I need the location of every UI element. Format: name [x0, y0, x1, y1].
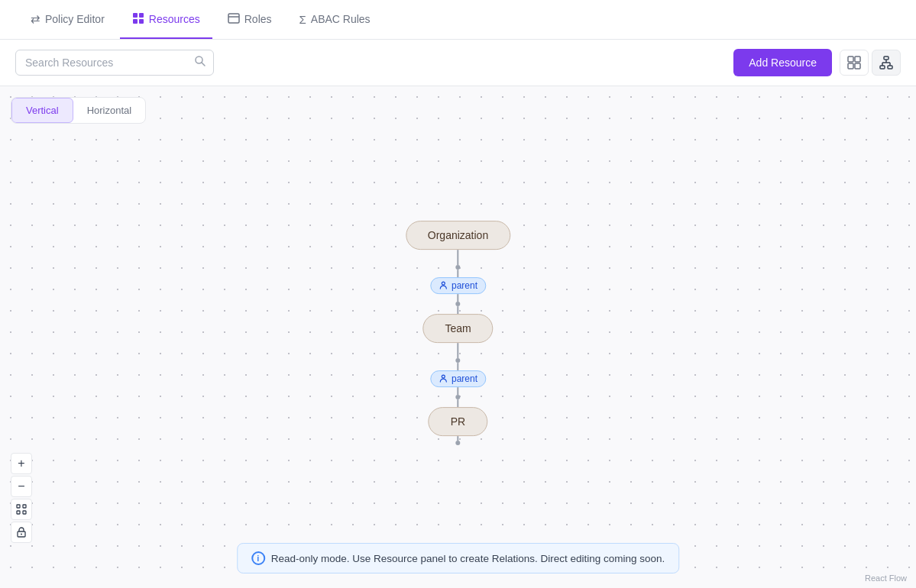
- nav-label-resources: Resources: [149, 13, 200, 25]
- readonly-message: Read-only mode. Use Resource panel to cr…: [271, 553, 665, 564]
- abac-rules-icon: Σ: [299, 13, 306, 26]
- connector-5: [455, 436, 460, 445]
- roles-icon: [228, 12, 240, 27]
- edge-label-1: parent: [430, 277, 486, 294]
- nav-item-policy-editor[interactable]: ⇄ Policy Editor: [18, 2, 117, 38]
- svg-rect-11: [855, 63, 860, 69]
- connector-3: [455, 343, 460, 370]
- nav-label-abac-rules: ABAC Rules: [311, 13, 371, 25]
- svg-point-26: [21, 534, 22, 535]
- svg-rect-14: [888, 66, 892, 69]
- edge-label-2: parent: [430, 370, 486, 387]
- react-flow-watermark: React Flow: [865, 573, 907, 583]
- svg-point-20: [442, 375, 445, 378]
- svg-rect-12: [884, 57, 888, 60]
- svg-rect-1: [139, 13, 144, 18]
- org-node-label: Organization: [428, 229, 488, 241]
- svg-rect-3: [139, 19, 144, 24]
- hierarchy-view-button[interactable]: [872, 50, 901, 76]
- search-icon-button[interactable]: [194, 55, 206, 70]
- connector-2: [455, 294, 460, 314]
- zoom-controls: + −: [11, 453, 32, 543]
- svg-rect-10: [848, 63, 853, 69]
- top-nav: ⇄ Policy Editor Resources Roles Σ ABAC R…: [0, 0, 916, 40]
- search-input[interactable]: [15, 50, 214, 76]
- pr-node[interactable]: PR: [429, 407, 487, 436]
- svg-rect-4: [228, 14, 239, 23]
- toolbar: Add Resource: [0, 40, 916, 86]
- resources-icon: [132, 12, 144, 27]
- flow-diagram: Organization parent Team: [406, 221, 510, 445]
- policy-editor-icon: ⇄: [31, 12, 40, 26]
- nav-item-roles[interactable]: Roles: [215, 2, 284, 39]
- readonly-banner: i Read-only mode. Use Resource panel to …: [237, 543, 680, 573]
- fit-view-button[interactable]: [11, 499, 32, 520]
- svg-rect-8: [848, 57, 853, 62]
- search-wrapper: [15, 50, 214, 76]
- vertical-layout-button[interactable]: Vertical: [11, 98, 73, 123]
- edge-label-1-text: parent: [452, 280, 477, 291]
- svg-line-7: [202, 63, 206, 66]
- connector-1: [455, 250, 460, 277]
- info-icon: i: [251, 551, 265, 565]
- nav-label-policy-editor: Policy Editor: [45, 13, 105, 25]
- team-node[interactable]: Team: [422, 314, 493, 343]
- svg-rect-23: [17, 511, 20, 514]
- nav-label-roles: Roles: [244, 13, 272, 25]
- layout-toggle: Vertical Horizontal: [11, 97, 146, 124]
- canvas-area[interactable]: Vertical Horizontal Organization parent: [0, 86, 916, 588]
- svg-rect-9: [855, 57, 860, 62]
- view-toggle: [840, 50, 901, 76]
- svg-rect-2: [133, 19, 138, 24]
- horizontal-layout-button[interactable]: Horizontal: [73, 98, 146, 123]
- nav-item-abac-rules[interactable]: Σ ABAC Rules: [287, 2, 383, 38]
- add-resource-button[interactable]: Add Resource: [733, 49, 832, 76]
- team-node-label: Team: [445, 322, 471, 334]
- svg-point-19: [442, 282, 445, 285]
- lock-button[interactable]: [11, 522, 32, 543]
- pr-node-label: PR: [451, 415, 465, 428]
- svg-rect-0: [133, 13, 138, 18]
- svg-rect-22: [23, 505, 26, 508]
- svg-rect-21: [17, 505, 20, 508]
- zoom-in-button[interactable]: +: [11, 453, 32, 474]
- org-node[interactable]: Organization: [406, 221, 510, 250]
- svg-rect-13: [880, 66, 885, 69]
- connector-4: [455, 387, 460, 407]
- svg-rect-24: [23, 511, 26, 514]
- nav-item-resources[interactable]: Resources: [120, 2, 212, 39]
- grid-view-button[interactable]: [840, 50, 869, 76]
- toolbar-right: Add Resource: [733, 49, 901, 76]
- edge-label-2-text: parent: [452, 373, 477, 384]
- zoom-out-button[interactable]: −: [11, 476, 32, 497]
